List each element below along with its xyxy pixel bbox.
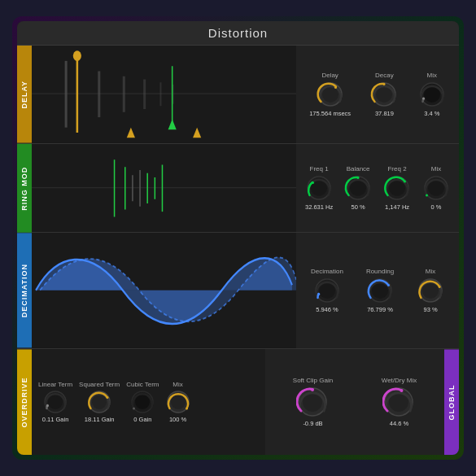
wetdry-mix-value: 44.6 %: [390, 420, 408, 427]
svg-point-64: [171, 395, 186, 409]
wetdry-mix-group[interactable]: Wet/Dry Mix 44.6 %: [382, 377, 417, 427]
freq1-knob-group[interactable]: Freq 1 32.631 Hz: [305, 165, 333, 211]
squared-term-knob[interactable]: [87, 390, 111, 414]
wetdry-mix-knob[interactable]: [382, 386, 415, 418]
decimation-row: DECIMATION: [17, 233, 459, 348]
svg-point-47: [317, 293, 320, 295]
main-content: DELAY: [17, 46, 459, 455]
global-label: GLOBAL: [444, 349, 459, 455]
decimation-label: DECIMATION: [17, 233, 32, 347]
delay-knob[interactable]: [317, 81, 344, 108]
softclip-gain-value: -0.9 dB: [303, 420, 322, 427]
freq1-label: Freq 1: [310, 165, 329, 172]
delay-row: DELAY: [17, 46, 459, 144]
decimation-knobs-row: Decimation 5.946 %: [299, 238, 456, 343]
delay-mix-knob-label: Mix: [427, 72, 437, 79]
ringmod-visualizer: [32, 144, 296, 233]
rounding-knob-value: 76.799 %: [367, 306, 393, 313]
svg-point-61: [135, 395, 150, 409]
cubic-term-group[interactable]: Cubic Term 0 Gain: [126, 381, 159, 423]
svg-point-56: [46, 404, 49, 407]
svg-point-53: [439, 286, 441, 288]
balance-label: Balance: [347, 165, 370, 172]
delay-mix-knob[interactable]: [418, 81, 446, 108]
squared-term-label: Squared Term: [79, 381, 120, 388]
rounding-knob-label: Rounding: [366, 268, 394, 275]
plugin-title: Distortion: [208, 26, 268, 40]
svg-point-71: [400, 389, 404, 392]
linear-term-label: Linear Term: [38, 381, 72, 388]
svg-rect-6: [159, 82, 161, 106]
decimation-knob-value: 5.946 %: [316, 306, 338, 313]
balance-knob[interactable]: [344, 174, 372, 202]
freq1-value: 32.631 Hz: [305, 203, 333, 211]
decimation-knob-label: Decimation: [311, 268, 343, 275]
freq2-knob-group[interactable]: Freq 2 1,147 Hz: [383, 165, 411, 211]
plugin-window: Distortion DELAY: [17, 21, 459, 455]
ringmod-mix-value: 0 %: [431, 203, 442, 211]
delay-mix-knob-value: 3.4 %: [424, 110, 439, 117]
delay-knob-label: Delay: [321, 72, 338, 79]
global-controls: Soft Clip Gain -0.9 dB Wet/: [265, 349, 444, 455]
linear-term-knob[interactable]: [43, 390, 68, 414]
title-bar: Distortion: [17, 21, 459, 46]
decay-knob[interactable]: [370, 81, 398, 108]
svg-point-16: [334, 86, 337, 89]
ringmod-row: RING MOD: [17, 144, 459, 234]
rounding-knob[interactable]: [366, 277, 394, 304]
delay-knob-value: 175.564 msecs: [309, 110, 351, 117]
cubic-term-value: 0 Gain: [133, 416, 151, 423]
svg-point-55: [48, 395, 63, 409]
balance-value: 50 %: [352, 203, 365, 211]
svg-point-65: [186, 407, 188, 409]
softclip-gain-group[interactable]: Soft Clip Gain -0.9 dB: [293, 377, 333, 427]
ringmod-label: RING MOD: [17, 144, 32, 233]
ringmod-controls: Freq 1 32.631 Hz B: [296, 144, 459, 233]
svg-point-37: [357, 177, 360, 179]
svg-rect-3: [98, 71, 100, 117]
decimation-visualizer: [32, 233, 296, 347]
svg-point-19: [383, 83, 386, 85]
outer-frame: Distortion DELAY: [12, 16, 464, 460]
ringmod-mix-knob-group[interactable]: Mix 0 %: [422, 165, 450, 211]
delay-mix-knob-group[interactable]: Mix 3.4 %: [418, 72, 446, 117]
softclip-gain-label: Soft Clip Gain: [293, 377, 333, 384]
squared-term-group[interactable]: Squared Term 18.11 Gain: [79, 381, 120, 423]
cubic-term-label: Cubic Term: [126, 381, 159, 388]
svg-point-22: [422, 97, 425, 99]
freq1-knob[interactable]: [305, 174, 333, 202]
svg-point-68: [311, 388, 314, 391]
svg-point-50: [387, 284, 390, 286]
decimation-knob[interactable]: [313, 277, 341, 304]
svg-rect-2: [65, 61, 68, 128]
svg-point-58: [92, 395, 107, 409]
wetdry-mix-label: Wet/Dry Mix: [382, 377, 417, 384]
overdrive-mix-value: 100 %: [169, 416, 186, 423]
squared-term-value: 18.11 Gain: [85, 416, 115, 423]
delay-label: DELAY: [17, 46, 32, 143]
linear-term-group[interactable]: Linear Term 0.11 Gain: [38, 381, 72, 423]
delay-knob-group[interactable]: Delay 175.564 msecs: [309, 72, 351, 117]
cubic-term-knob[interactable]: [130, 390, 155, 414]
rounding-knob-group[interactable]: Rounding 76.799 %: [366, 268, 394, 313]
overdrive-row: OVERDRIVE Linear Term: [17, 349, 459, 455]
overdrive-mix-knob[interactable]: [166, 390, 190, 414]
overdrive-mix-label: Mix: [172, 381, 182, 388]
delay-controls: Delay 175.564 msecs: [296, 46, 459, 143]
decay-knob-value: 37.819: [375, 110, 394, 117]
decimation-mix-knob[interactable]: [417, 277, 444, 304]
ringmod-mix-knob[interactable]: [422, 174, 450, 202]
ringmod-mix-label: Mix: [431, 165, 441, 172]
overdrive-knobs: Linear Term 0.11 Gain Squar: [32, 349, 265, 455]
overdrive-mix-group[interactable]: Mix 100 %: [166, 381, 190, 423]
decimation-knob-group[interactable]: Decimation 5.946 %: [311, 268, 343, 313]
balance-knob-group[interactable]: Balance 50 %: [344, 165, 372, 211]
softclip-gain-knob[interactable]: [296, 386, 329, 418]
decimation-controls: Decimation 5.946 %: [296, 233, 459, 347]
decimation-mix-knob-group[interactable]: Mix 93 %: [417, 268, 444, 313]
freq2-knob[interactable]: [383, 174, 411, 202]
overdrive-label: OVERDRIVE: [17, 349, 32, 455]
linear-term-value: 0.11 Gain: [42, 416, 69, 423]
delay-visualizer: [32, 46, 296, 143]
decay-knob-group[interactable]: Decay 37.819: [370, 72, 398, 117]
